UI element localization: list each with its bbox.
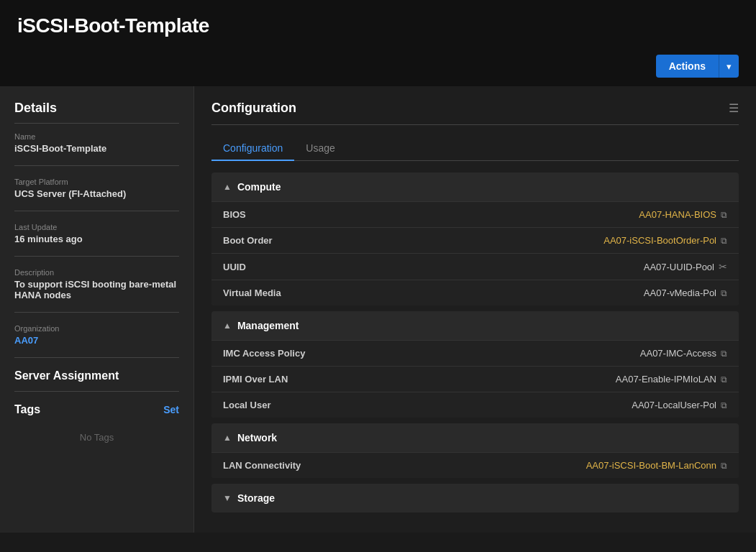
detail-field-description: Description To support iSCSI booting bar… <box>14 268 179 300</box>
detail-value-name: iSCSI-Boot-Template <box>14 143 179 154</box>
actions-button[interactable]: Actions <box>656 55 719 78</box>
actions-btn-group: Actions ▾ <box>656 55 739 78</box>
chevron-up-icon: ▲ <box>223 182 232 192</box>
sections-container: ▲ComputeBIOSAA07-HANA-BIOS⧉Boot OrderAA0… <box>211 172 739 512</box>
config-section-compute: ▲ComputeBIOSAA07-HANA-BIOS⧉Boot OrderAA0… <box>211 172 739 305</box>
config-panel-title: Configuration <box>211 101 296 116</box>
detail-field-platform: Target Platform UCS Server (FI-Attached) <box>14 178 179 199</box>
row-value-text: AA07-IMC-Access <box>640 348 716 359</box>
row-value-text: AA07-Enable-IPMIoLAN <box>616 374 716 385</box>
table-row: UUIDAA07-UUID-Pool✂ <box>211 253 739 280</box>
actions-bar: Actions ▾ <box>0 49 756 86</box>
row-label-virtual-media: Virtual Media <box>223 288 281 298</box>
scissors-icon[interactable]: ✂ <box>719 261 727 272</box>
detail-value-lastupdate: 16 minutes ago <box>14 234 179 244</box>
row-label-bios: BIOS <box>223 209 246 220</box>
section-name-compute: Compute <box>237 181 281 193</box>
detail-field-name: Name iSCSI-Boot-Template <box>14 132 179 154</box>
config-panel-header: Configuration ☰ <box>211 101 739 125</box>
row-value-virtual-media: AA07-vMedia-Pol⧉ <box>644 288 727 298</box>
detail-label-description: Description <box>14 268 179 277</box>
copy-icon[interactable]: ⧉ <box>721 461 727 471</box>
row-value-boot-order: AA07-iSCSI-BootOrder-Pol⧉ <box>604 235 727 246</box>
row-value-text: AA07-vMedia-Pol <box>644 288 716 298</box>
detail-label-lastupdate: Last Update <box>14 223 179 231</box>
tags-header: Tags Set <box>14 403 179 416</box>
config-section-management: ▲ManagementIMC Access PolicyAA07-IMC-Acc… <box>211 311 739 418</box>
chevron-down-icon: ▾ <box>727 61 732 72</box>
config-panel: Configuration ☰ Configuration Usage ▲Com… <box>194 86 756 533</box>
chevron-up-icon: ▲ <box>223 433 232 443</box>
table-row: IMC Access PolicyAA07-IMC-Access⧉ <box>211 340 739 366</box>
tags-title: Tags <box>14 403 40 416</box>
section-header-compute[interactable]: ▲Compute <box>211 172 739 201</box>
tags-set-button[interactable]: Set <box>163 404 179 415</box>
copy-icon[interactable]: ⧉ <box>721 374 727 385</box>
page-header: iSCSI-Boot-Template <box>0 0 756 49</box>
table-row: Local UserAA07-LocalUser-Pol⧉ <box>211 392 739 418</box>
sidebar-section-title: Details <box>14 101 179 124</box>
section-header-network[interactable]: ▲Network <box>211 423 739 452</box>
chevron-up-icon: ▼ <box>223 493 232 503</box>
detail-value-organization[interactable]: AA07 <box>14 335 179 346</box>
page-title: iSCSI-Boot-Template <box>17 14 739 37</box>
section-header-storage[interactable]: ▼Storage <box>211 484 739 512</box>
row-label-local-user: Local User <box>223 400 270 410</box>
row-value-text: AA07-iSCSI-Boot-BM-LanConn <box>586 460 716 471</box>
tab-configuration[interactable]: Configuration <box>211 137 294 161</box>
config-section-storage: ▼Storage <box>211 484 739 512</box>
table-row: IPMI Over LANAA07-Enable-IPMIoLAN⧉ <box>211 366 739 392</box>
row-value-text: AA07-UUID-Pool <box>644 262 714 272</box>
row-value-text: AA07-HANA-BIOS <box>639 209 716 220</box>
copy-icon[interactable]: ⧉ <box>721 349 727 359</box>
detail-value-platform: UCS Server (FI-Attached) <box>14 188 179 199</box>
config-tabs: Configuration Usage <box>211 137 739 161</box>
copy-icon[interactable]: ⧉ <box>721 288 727 298</box>
table-row: Virtual MediaAA07-vMedia-Pol⧉ <box>211 280 739 305</box>
config-options-icon[interactable]: ☰ <box>729 101 739 115</box>
main-content: Details Name iSCSI-Boot-Template Target … <box>0 86 756 533</box>
no-tags-label: No Tags <box>14 425 179 450</box>
detail-field-organization: Organization AA07 <box>14 324 179 346</box>
detail-field-lastupdate: Last Update 16 minutes ago <box>14 223 179 244</box>
row-value-bios: AA07-HANA-BIOS⧉ <box>639 209 727 220</box>
table-row: Boot OrderAA07-iSCSI-BootOrder-Pol⧉ <box>211 227 739 253</box>
section-name-network: Network <box>237 432 277 443</box>
sidebar: Details Name iSCSI-Boot-Template Target … <box>0 86 194 533</box>
row-label-imc-access-policy: IMC Access Policy <box>223 348 305 359</box>
row-label-ipmi-over-lan: IPMI Over LAN <box>223 374 288 385</box>
section-name-storage: Storage <box>237 492 275 504</box>
section-name-management: Management <box>237 320 299 331</box>
row-value-imc-access-policy: AA07-IMC-Access⧉ <box>640 348 727 359</box>
row-value-lan-connectivity: AA07-iSCSI-Boot-BM-LanConn⧉ <box>586 460 727 471</box>
copy-icon[interactable]: ⧉ <box>721 210 727 220</box>
row-label-uuid: UUID <box>223 262 246 272</box>
detail-value-description: To support iSCSI booting bare-metal HANA… <box>14 279 179 300</box>
row-value-ipmi-over-lan: AA07-Enable-IPMIoLAN⧉ <box>616 374 727 385</box>
detail-label-name: Name <box>14 132 179 141</box>
config-section-network: ▲NetworkLAN ConnectivityAA07-iSCSI-Boot-… <box>211 423 739 478</box>
detail-label-organization: Organization <box>14 324 179 333</box>
copy-icon[interactable]: ⧉ <box>721 236 727 246</box>
server-assignment-title: Server Assignment <box>14 369 179 382</box>
copy-icon[interactable]: ⧉ <box>721 400 727 410</box>
table-row: BIOSAA07-HANA-BIOS⧉ <box>211 201 739 227</box>
tab-usage[interactable]: Usage <box>294 137 346 161</box>
row-value-text: AA07-LocalUser-Pol <box>632 400 716 410</box>
table-row: LAN ConnectivityAA07-iSCSI-Boot-BM-LanCo… <box>211 452 739 478</box>
actions-dropdown-button[interactable]: ▾ <box>719 55 739 78</box>
section-header-management[interactable]: ▲Management <box>211 311 739 340</box>
row-label-lan-connectivity: LAN Connectivity <box>223 460 301 471</box>
row-value-text: AA07-iSCSI-BootOrder-Pol <box>604 235 716 246</box>
chevron-up-icon: ▲ <box>223 321 232 331</box>
row-value-uuid: AA07-UUID-Pool✂ <box>644 261 727 272</box>
row-value-local-user: AA07-LocalUser-Pol⧉ <box>632 400 727 410</box>
detail-label-platform: Target Platform <box>14 178 179 186</box>
row-label-boot-order: Boot Order <box>223 235 273 246</box>
